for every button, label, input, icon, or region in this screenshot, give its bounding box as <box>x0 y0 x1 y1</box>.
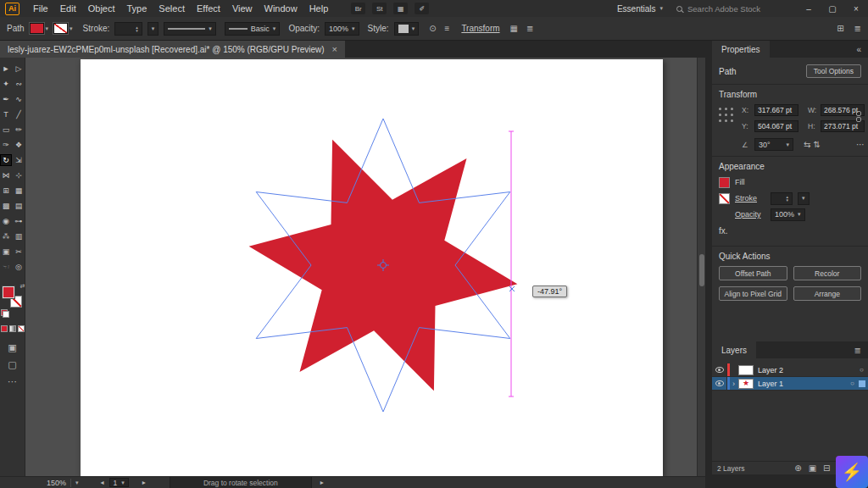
rotation-angle-dropdown[interactable]: 30° ▾ <box>754 138 793 151</box>
menu-select[interactable]: Select <box>153 0 191 17</box>
vertical-scrollbar[interactable] <box>697 58 705 476</box>
artboard-tool[interactable]: ▣ <box>0 246 12 258</box>
gradient-button[interactable] <box>9 325 16 332</box>
shaper-tool[interactable]: ❖ <box>13 139 25 151</box>
stroke-weight-unit-dropdown[interactable]: ▾ <box>798 192 810 205</box>
scrollbar-thumb[interactable] <box>699 254 704 286</box>
stroke-link[interactable]: Stroke <box>735 194 765 202</box>
fill-color-dropdown[interactable]: ▾ <box>30 23 49 34</box>
dock-panels-icon[interactable]: ⊞ <box>837 24 843 33</box>
y-input[interactable] <box>754 120 798 132</box>
layers-panel-menu-icon[interactable]: ≣ <box>854 346 861 355</box>
swap-fill-stroke-icon[interactable]: ⇄ <box>20 283 25 290</box>
align-options-icon[interactable]: ≡ <box>445 24 450 33</box>
menu-edit[interactable]: Edit <box>54 0 82 17</box>
shape-builder-tool[interactable]: ⊞ <box>0 185 12 197</box>
pencil-tool[interactable]: ✑ <box>0 139 12 151</box>
selection-tool[interactable]: ► <box>0 63 12 75</box>
quick-action-offset-path[interactable]: Offset Path <box>719 266 787 280</box>
pen-tool[interactable]: ✒ <box>0 93 12 105</box>
fill-label[interactable]: Fill <box>735 178 765 186</box>
fill-color-well[interactable] <box>719 177 730 188</box>
x-input[interactable] <box>754 104 798 116</box>
menu-window[interactable]: Window <box>259 0 303 17</box>
height-input[interactable] <box>821 120 865 132</box>
shape-properties-icon[interactable]: ▦ <box>510 24 518 33</box>
fill-proxy-swatch[interactable] <box>3 286 14 298</box>
collapse-panel-icon[interactable]: « <box>856 45 861 54</box>
symbol-sprayer-tool[interactable]: ⁂ <box>0 230 12 242</box>
workspace-switcher[interactable]: Essentials ▾ <box>617 4 663 14</box>
disclosure-arrow[interactable]: › <box>730 380 737 388</box>
edit-toolbar-icon[interactable]: ⋯ <box>8 376 17 387</box>
layer-target-icon[interactable]: ○ <box>855 366 868 374</box>
new-sublayer-icon[interactable]: ⊟ <box>823 463 830 473</box>
paintbrush-tool[interactable]: ✏ <box>13 124 25 136</box>
stroke-color-dropdown[interactable]: ▾ <box>53 23 73 34</box>
variable-width-dropdown[interactable]: ▾ <box>147 22 159 36</box>
layer-name[interactable]: Layer 1 <box>758 380 846 388</box>
flip-vertical-icon[interactable]: ⇅ <box>813 140 820 149</box>
column-graph-tool[interactable]: ▥ <box>13 230 25 242</box>
perspective-grid-tool[interactable]: ▦ <box>13 185 25 197</box>
close-document-icon[interactable]: × <box>332 44 337 54</box>
layer-row[interactable]: ›★Layer 1○ <box>712 377 868 391</box>
artboard[interactable] <box>81 59 663 476</box>
menu-help[interactable]: Help <box>303 0 335 17</box>
color-button[interactable] <box>1 325 8 332</box>
transform-more-options-icon[interactable]: ⋯ <box>856 140 865 149</box>
layer-thumbnail[interactable] <box>738 365 754 375</box>
visibility-toggle[interactable] <box>712 363 727 376</box>
stroke-color-well[interactable] <box>719 193 730 204</box>
flip-horizontal-icon[interactable]: ⇆ <box>804 140 810 149</box>
direct-selection-tool[interactable]: ▷ <box>13 63 25 75</box>
layer-target-icon[interactable]: ○ <box>846 380 859 387</box>
status-scroll-icon[interactable]: ▸ <box>320 479 324 486</box>
opacity-dropdown[interactable]: 100%▾ <box>325 22 359 36</box>
more-options-icon[interactable]: ≣ <box>526 24 533 33</box>
curvature-tool[interactable]: ∿ <box>13 93 25 105</box>
maximize-button[interactable]: ▢ <box>821 0 844 17</box>
minimize-button[interactable]: – <box>797 0 821 17</box>
control-menu-icon[interactable]: ≣ <box>854 24 861 33</box>
zoom-level-dropdown[interactable]: 150% ▾ <box>47 479 79 487</box>
previous-artboard-icon[interactable]: ◂ <box>101 479 104 486</box>
fx-button[interactable]: fx. <box>719 226 728 236</box>
hand-tool[interactable]: ☜ <box>0 261 12 273</box>
magic-wand-tool[interactable]: ✦ <box>0 78 12 90</box>
tab-properties[interactable]: Properties <box>712 41 770 58</box>
mesh-tool[interactable]: ▩ <box>0 200 12 212</box>
slice-tool[interactable]: ✂ <box>13 246 25 258</box>
quick-action-recolor[interactable]: Recolor <box>793 266 862 280</box>
brush-definition-dropdown[interactable]: Basic▾ <box>225 22 281 36</box>
constrain-proportions-icon[interactable] <box>856 111 861 122</box>
canvas-area[interactable]: -47.91° <box>25 58 697 476</box>
scale-tool[interactable]: ⇲ <box>13 154 25 166</box>
clipping-mask-icon[interactable]: ▣ <box>809 463 816 473</box>
bridge-icon[interactable]: Br <box>351 3 365 14</box>
quick-action-arrange[interactable]: Arrange <box>793 286 862 301</box>
close-button[interactable]: × <box>844 0 868 17</box>
rectangle-tool[interactable]: ▭ <box>0 124 12 136</box>
arrange-documents-icon[interactable]: ▦ <box>393 3 408 14</box>
free-transform-tool[interactable]: ⊹ <box>13 169 25 181</box>
menu-type[interactable]: Type <box>121 0 153 17</box>
blend-tool[interactable]: ⊶ <box>13 215 25 227</box>
screen-mode-icon[interactable]: ▢ <box>8 359 16 370</box>
stroke-weight-stepper[interactable]: ▴▾ <box>114 22 142 36</box>
gpu-performance-icon[interactable]: ✐ <box>415 3 429 14</box>
tab-layers[interactable]: Layers <box>712 341 756 358</box>
reference-point-selector[interactable] <box>719 108 735 151</box>
layer-row[interactable]: Layer 2○ <box>712 363 868 377</box>
stock-icon[interactable]: St <box>372 3 387 14</box>
stroke-profile-dropdown[interactable]: ▾ <box>164 22 216 36</box>
locate-object-icon[interactable]: ⊕ <box>794 463 801 473</box>
default-fill-stroke-icon[interactable] <box>1 309 8 317</box>
appearance-opacity-dropdown[interactable]: 100% ▾ <box>771 208 805 221</box>
transform-link[interactable]: Transform <box>461 24 499 33</box>
tool-options-button[interactable]: Tool Options <box>806 64 861 78</box>
layer-thumbnail[interactable]: ★ <box>738 379 754 389</box>
graphic-style-dropdown[interactable]: ▾ <box>394 22 420 36</box>
line-segment-tool[interactable]: ╱ <box>13 108 25 120</box>
visibility-toggle[interactable] <box>712 377 727 390</box>
